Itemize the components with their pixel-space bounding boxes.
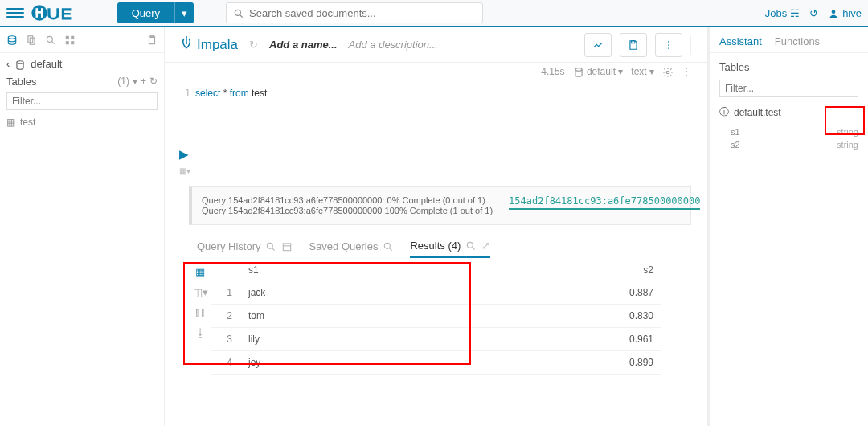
row-index: 2: [211, 305, 240, 328]
hue-logo[interactable]: [31, 4, 93, 22]
jobs-icon: ☵: [790, 7, 800, 19]
gear-icon[interactable]: [662, 66, 674, 78]
history-icon[interactable]: ↺: [809, 7, 818, 19]
svg-rect-27: [284, 244, 291, 251]
save-button[interactable]: [620, 33, 647, 57]
svg-rect-13: [71, 36, 74, 39]
svg-point-6: [832, 10, 836, 14]
engine-label[interactable]: Impala: [181, 35, 238, 54]
hamburger-icon[interactable]: [6, 4, 24, 22]
svg-point-29: [385, 244, 391, 249]
cell-s2: 0.887: [431, 281, 661, 305]
run-button[interactable]: ▶: [179, 147, 189, 162]
search-icon[interactable]: [383, 240, 394, 253]
grid-view-icon[interactable]: ▦: [195, 266, 205, 278]
tab-functions[interactable]: Functions: [775, 35, 820, 47]
cell-s1: lily: [240, 328, 431, 351]
more-meta-icon[interactable]: ⋮: [682, 66, 691, 77]
svg-point-23: [575, 68, 582, 72]
svg-rect-12: [66, 36, 69, 39]
cell-s2: 0.961: [431, 328, 661, 351]
tab-results[interactable]: Results (4) ⤢: [410, 240, 490, 259]
right-tables-label: Tables: [710, 53, 868, 76]
chevron-down-icon[interactable]: ▾: [618, 66, 623, 77]
svg-point-25: [268, 244, 273, 249]
user-menu[interactable]: hive: [828, 6, 862, 19]
chart-toggle-button[interactable]: [584, 33, 612, 57]
tab-query-history[interactable]: Query History: [197, 240, 293, 258]
right-filter-input[interactable]: [719, 80, 858, 97]
table-item-test[interactable]: ▦ test: [0, 115, 164, 129]
docs-icon[interactable]: [26, 34, 37, 47]
download-icon[interactable]: ⭳: [195, 326, 206, 338]
apps-icon[interactable]: [64, 34, 76, 47]
db-icon[interactable]: [6, 34, 18, 47]
query-button[interactable]: Query ▾: [117, 2, 194, 23]
search-box[interactable]: [226, 2, 483, 23]
more-button[interactable]: [655, 33, 682, 57]
col-header-s1[interactable]: s1: [240, 260, 431, 281]
filter-icon[interactable]: ▾: [133, 76, 137, 87]
columns-icon[interactable]: ⫿⫿: [194, 306, 206, 318]
cell-s1: jack: [240, 281, 431, 305]
table-row[interactable]: 2tom0.830: [211, 305, 661, 328]
svg-point-10: [47, 37, 52, 43]
svg-rect-15: [71, 41, 74, 44]
db-meta-icon: [573, 66, 587, 77]
search-left-icon[interactable]: [45, 34, 56, 47]
breadcrumb[interactable]: ‹ default: [0, 53, 164, 76]
svg-line-5: [240, 15, 243, 18]
col-type: string: [837, 140, 858, 150]
cell-s2: 0.899: [431, 351, 661, 375]
refresh-editor-icon[interactable]: ↻: [249, 39, 258, 51]
query-id-link[interactable]: 154ad2f84181cc93:a6fe778500000000: [509, 195, 700, 210]
svg-point-24: [666, 71, 669, 74]
tab-saved-queries[interactable]: Saved Queries: [309, 240, 394, 258]
table-item-label: test: [20, 117, 35, 128]
add-name-input[interactable]: Add a name...: [269, 39, 338, 51]
chart-view-icon[interactable]: ◫▾: [193, 286, 208, 298]
sql-editor[interactable]: 1 select * from test: [165, 83, 707, 147]
search-icon: [233, 6, 244, 19]
table-icon: ▦: [6, 117, 15, 128]
tab-assistant[interactable]: Assistant: [719, 35, 762, 47]
log-line-2: Query 154ad2f84181cc93:a6fe778500000000 …: [202, 206, 493, 215]
column-row[interactable]: s1string: [727, 125, 862, 138]
table-row[interactable]: 4joy0.899: [211, 351, 661, 375]
paste-icon[interactable]: [146, 34, 158, 47]
svg-point-20: [668, 41, 669, 43]
assistant-table-label: default.test: [734, 107, 781, 118]
table-row[interactable]: 1jack0.887: [211, 281, 661, 305]
search-icon[interactable]: [465, 240, 477, 252]
column-row[interactable]: s2string: [727, 138, 862, 151]
query-dropdown-icon[interactable]: ▾: [174, 2, 194, 23]
search-input[interactable]: [249, 7, 476, 19]
calendar-icon[interactable]: [281, 240, 293, 253]
left-filter-input[interactable]: [6, 92, 158, 110]
add-icon[interactable]: +: [141, 76, 146, 87]
col-header-s2[interactable]: s2: [431, 260, 661, 281]
breadcrumb-db-label: default: [31, 58, 62, 70]
chevron-down-icon[interactable]: ▾: [649, 66, 654, 77]
cell-s1: joy: [240, 351, 431, 375]
assistant-table[interactable]: ⓘ default.test: [719, 105, 858, 119]
user-icon: [828, 6, 839, 19]
results-table: s1 s2 1jack0.8872tom0.8303lily0.9614joy0…: [211, 260, 661, 375]
db-selector[interactable]: default: [587, 66, 616, 77]
sql-code[interactable]: select * from test: [195, 88, 267, 147]
add-desc-input[interactable]: Add a description...: [349, 39, 438, 51]
svg-point-7: [8, 36, 15, 39]
svg-point-4: [235, 10, 240, 15]
format-selector[interactable]: text: [631, 66, 646, 77]
cell-s2: 0.830: [431, 305, 661, 328]
search-icon[interactable]: [265, 240, 276, 253]
jobs-label: Jobs: [765, 7, 787, 19]
refresh-tables-icon[interactable]: ↻: [149, 76, 158, 87]
jobs-link[interactable]: Jobs ☵: [765, 7, 800, 19]
tables-count: (1): [117, 76, 129, 87]
expand-icon[interactable]: ⤢: [481, 240, 490, 252]
grid-icon[interactable]: ▦▾: [179, 166, 190, 175]
user-label: hive: [842, 7, 862, 19]
table-row[interactable]: 3lily0.961: [211, 328, 661, 351]
svg-line-11: [52, 42, 55, 44]
